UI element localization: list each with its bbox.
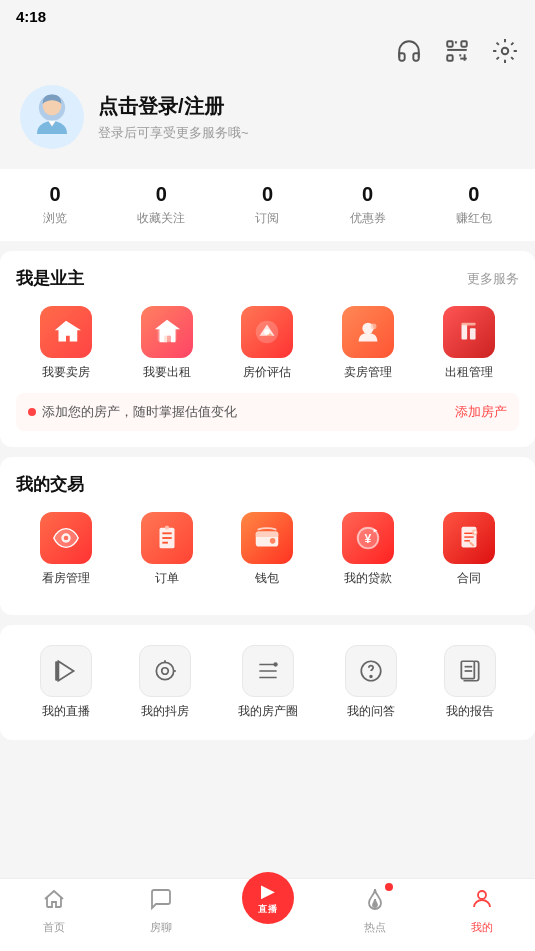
content-grid: 我的直播 我的抖房 — [16, 641, 519, 724]
owner-more[interactable]: 更多服务 — [467, 270, 519, 288]
promo-action[interactable]: 添加房产 — [455, 403, 507, 421]
svg-point-21 — [64, 536, 69, 541]
nav-chat-label: 房聊 — [150, 920, 172, 935]
nav-chat[interactable]: 房聊 — [131, 887, 191, 935]
svg-point-16 — [371, 324, 377, 330]
my-circle-item[interactable]: 我的房产圈 — [238, 645, 298, 720]
owner-title: 我是业主 — [16, 267, 84, 290]
owner-header: 我是业主 更多服务 — [16, 267, 519, 290]
stat-coupon-label: 优惠券 — [350, 210, 386, 227]
sell-house-item[interactable]: 我要卖房 — [36, 306, 96, 381]
profile-section[interactable]: 点击登录/注册 登录后可享受更多服务哦~ — [0, 73, 535, 169]
owner-icon-grid: 我要卖房 我要出租 — [16, 306, 519, 381]
order-item[interactable]: 订单 — [137, 512, 197, 587]
nav-home[interactable]: 首页 — [24, 887, 84, 935]
stat-redpacket-num: 0 — [468, 183, 479, 206]
my-qa-item[interactable]: 我的问答 — [345, 645, 397, 720]
contract-item[interactable]: ★ 合同 — [439, 512, 499, 587]
price-eval-icon-box — [241, 306, 293, 358]
rent-manage-label: 出租管理 — [445, 364, 493, 381]
stat-subscribe-num: 0 — [262, 183, 273, 206]
settings-icon[interactable] — [491, 37, 519, 65]
stat-browse-label: 浏览 — [43, 210, 67, 227]
rent-house-item[interactable]: 我要出租 — [137, 306, 197, 381]
svg-marker-38 — [58, 661, 73, 681]
stat-browse[interactable]: 0 浏览 — [43, 183, 67, 227]
transaction-header: 我的交易 — [16, 473, 519, 496]
svg-rect-28 — [256, 531, 279, 537]
stats-row: 0 浏览 0 收藏关注 0 订阅 0 优惠券 0 赚红包 — [0, 169, 535, 241]
wallet-label: 钱包 — [255, 570, 279, 587]
svg-rect-39 — [55, 661, 58, 681]
loan-icon-box: ¥ — [342, 512, 394, 564]
svg-rect-0 — [447, 41, 452, 46]
transaction-title: 我的交易 — [16, 473, 84, 496]
contract-label: 合同 — [457, 570, 481, 587]
svg-point-46 — [370, 676, 372, 678]
wallet-item[interactable]: 钱包 — [237, 512, 297, 587]
svg-point-50 — [478, 891, 486, 899]
stat-browse-num: 0 — [50, 183, 61, 206]
headset-icon[interactable] — [395, 37, 423, 65]
my-report-icon — [444, 645, 496, 697]
my-qa-label: 我的问答 — [347, 703, 395, 720]
profile-info: 点击登录/注册 登录后可享受更多服务哦~ — [98, 93, 515, 142]
my-circle-icon — [242, 645, 294, 697]
status-time: 4:18 — [16, 8, 46, 25]
rent-manage-item[interactable]: 出租管理 — [439, 306, 499, 381]
rent-house-label: 我要出租 — [143, 364, 191, 381]
nav-hot[interactable]: 热点 — [345, 887, 405, 935]
svg-point-41 — [161, 668, 168, 675]
contract-icon-box: ★ — [443, 512, 495, 564]
price-eval-item[interactable]: 房价评估 — [237, 306, 297, 381]
nav-hot-label: 热点 — [364, 920, 386, 935]
my-live-icon — [40, 645, 92, 697]
user-icon — [470, 887, 494, 917]
promo-text: 添加您的房产，随时掌握估值变化 — [42, 403, 237, 421]
transaction-icon-grid: 看房管理 订单 — [16, 512, 519, 587]
my-live-item[interactable]: 我的直播 — [40, 645, 92, 720]
top-actions — [0, 29, 535, 73]
nav-live[interactable]: ▶ 直播 — [238, 888, 298, 924]
scan-icon[interactable] — [443, 37, 471, 65]
sell-manage-icon-box — [342, 306, 394, 358]
nav-mine[interactable]: 我的 — [452, 887, 512, 935]
loan-item[interactable]: ¥ 我的贷款 — [338, 512, 398, 587]
svg-point-44 — [273, 662, 277, 666]
status-bar: 4:18 — [0, 0, 535, 29]
stat-coupon[interactable]: 0 优惠券 — [350, 183, 386, 227]
sell-manage-item[interactable]: 卖房管理 — [338, 306, 398, 381]
live-btn-text: 直播 — [258, 903, 277, 916]
promo-left: 添加您的房产，随时掌握估值变化 — [28, 403, 237, 421]
home-icon — [42, 887, 66, 917]
my-report-item[interactable]: 我的报告 — [444, 645, 496, 720]
sell-house-icon-box — [40, 306, 92, 358]
svg-rect-47 — [461, 661, 474, 678]
price-eval-label: 房价评估 — [243, 364, 291, 381]
stat-subscribe[interactable]: 0 订阅 — [255, 183, 279, 227]
transaction-section: 我的交易 看房管理 — [0, 457, 535, 615]
loan-label: 我的贷款 — [344, 570, 392, 587]
hot-icon — [363, 887, 387, 917]
wallet-icon-box — [241, 512, 293, 564]
nav-mine-label: 我的 — [471, 920, 493, 935]
promo-banner[interactable]: 添加您的房产，随时掌握估值变化 添加房产 — [16, 393, 519, 431]
svg-point-29 — [270, 538, 276, 544]
stat-redpacket[interactable]: 0 赚红包 — [456, 183, 492, 227]
stat-coupon-num: 0 — [362, 183, 373, 206]
stat-redpacket-label: 赚红包 — [456, 210, 492, 227]
my-report-label: 我的报告 — [446, 703, 494, 720]
hot-badge — [385, 883, 393, 891]
svg-point-40 — [156, 662, 173, 679]
my-doufang-icon — [139, 645, 191, 697]
view-house-item[interactable]: 看房管理 — [36, 512, 96, 587]
stat-collect[interactable]: 0 收藏关注 — [137, 183, 185, 227]
owner-section: 我是业主 更多服务 我要卖房 — [0, 251, 535, 447]
svg-rect-19 — [461, 323, 475, 326]
live-button[interactable]: ▶ 直播 — [242, 872, 294, 924]
svg-rect-2 — [447, 55, 452, 60]
view-house-icon-box — [40, 512, 92, 564]
my-doufang-item[interactable]: 我的抖房 — [139, 645, 191, 720]
my-live-label: 我的直播 — [42, 703, 90, 720]
order-label: 订单 — [155, 570, 179, 587]
